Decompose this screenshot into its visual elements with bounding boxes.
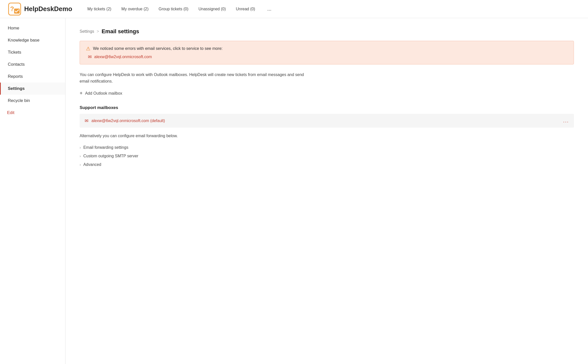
nav-unassigned[interactable]: Unassigned (0) [199, 7, 226, 11]
expand-email-forwarding[interactable]: › Email forwarding settings [80, 143, 574, 152]
logo[interactable]: ? HelpDeskDemo [8, 3, 72, 16]
expand-smtp-label: Custom outgoing SMTP server [83, 154, 138, 158]
plus-icon: + [80, 90, 83, 96]
main-content: Settings > Email settings ⚠ We noticed s… [66, 18, 588, 364]
nav-my-tickets[interactable]: My tickets (2) [87, 7, 111, 11]
sidebar-edit-link[interactable]: Edit [0, 107, 65, 119]
forwarding-text: Alternatively you can configure email fo… [80, 134, 574, 138]
email-icon: ✉ [88, 54, 92, 60]
sidebar-item-tickets-label: Tickets [8, 50, 21, 55]
sidebar-item-knowledge-base-label: Knowledge base [8, 38, 40, 43]
sidebar-item-home-label: Home [8, 26, 19, 31]
sidebar-item-knowledge-base[interactable]: Knowledge base [0, 34, 65, 46]
sidebar-item-reports[interactable]: Reports [0, 70, 65, 83]
mailbox-more-button[interactable]: ... [563, 118, 569, 124]
add-mailbox-label: Add Outlook mailbox [85, 91, 122, 96]
nav-unread[interactable]: Unread (0) [236, 7, 255, 11]
expand-advanced-label: Advanced [83, 162, 101, 167]
description-text: You can configure HelpDesk to work with … [80, 71, 306, 84]
sidebar-item-contacts-label: Contacts [8, 62, 25, 67]
breadcrumb-parent[interactable]: Settings [80, 29, 94, 34]
warning-icon: ⚠ [86, 46, 90, 52]
chevron-email-forwarding-icon: › [80, 145, 81, 150]
page-title: Email settings [102, 28, 139, 35]
sidebar-item-contacts[interactable]: Contacts [0, 58, 65, 70]
error-banner-title: ⚠ We noticed some errors with email serv… [86, 46, 568, 52]
sidebar-item-recycle-bin-label: Recycle bin [8, 98, 30, 103]
header-more-button[interactable]: ... [267, 6, 272, 12]
expand-smtp-server[interactable]: › Custom outgoing SMTP server [80, 152, 574, 160]
sidebar-item-settings[interactable]: Settings [0, 83, 65, 95]
sidebar-item-recycle-bin[interactable]: Recycle bin [0, 95, 65, 107]
expand-email-forwarding-label: Email forwarding settings [83, 145, 128, 150]
sidebar-item-settings-label: Settings [8, 86, 25, 91]
error-banner-email[interactable]: ✉ alexw@6w2vql.onmicrosoft.com [86, 54, 568, 60]
error-banner-message: We noticed some errors with email servic… [93, 46, 223, 51]
expand-advanced[interactable]: › Advanced [80, 160, 574, 169]
error-banner-email-address: alexw@6w2vql.onmicrosoft.com [94, 55, 152, 59]
breadcrumb-separator: > [97, 29, 99, 34]
app-header: ? HelpDeskDemo My tickets (2) My overdue… [0, 0, 588, 18]
error-banner[interactable]: ⚠ We noticed some errors with email serv… [80, 41, 574, 64]
add-mailbox-button[interactable]: + Add Outlook mailbox [80, 90, 122, 96]
sidebar-item-home[interactable]: Home [0, 22, 65, 34]
breadcrumb: Settings > Email settings [80, 28, 574, 35]
svg-text:?: ? [10, 5, 14, 13]
app-layout: Home Knowledge base Tickets Contacts Rep… [0, 18, 588, 364]
support-mailboxes-title: Support mailboxes [80, 105, 574, 110]
sidebar-item-reports-label: Reports [8, 74, 23, 79]
mailbox-row-default[interactable]: ✉ alexw@6w2vql.onmicrosoft.com (default)… [80, 114, 574, 128]
mailbox-default-address: alexw@6w2vql.onmicrosoft.com (default) [91, 119, 165, 123]
sidebar-item-tickets[interactable]: Tickets [0, 46, 65, 58]
mailbox-info: ✉ alexw@6w2vql.onmicrosoft.com (default) [85, 118, 165, 124]
mailbox-email-icon: ✉ [85, 118, 88, 124]
nav-group-tickets[interactable]: Group tickets (0) [158, 7, 188, 11]
sidebar: Home Knowledge base Tickets Contacts Rep… [0, 18, 66, 364]
nav-my-overdue[interactable]: My overdue (2) [121, 7, 149, 11]
logo-icon: ? [8, 3, 21, 16]
logo-text: HelpDeskDemo [24, 5, 72, 13]
chevron-smtp-icon: › [80, 154, 81, 158]
header-nav: My tickets (2) My overdue (2) Group tick… [87, 6, 580, 12]
chevron-advanced-icon: › [80, 163, 81, 167]
